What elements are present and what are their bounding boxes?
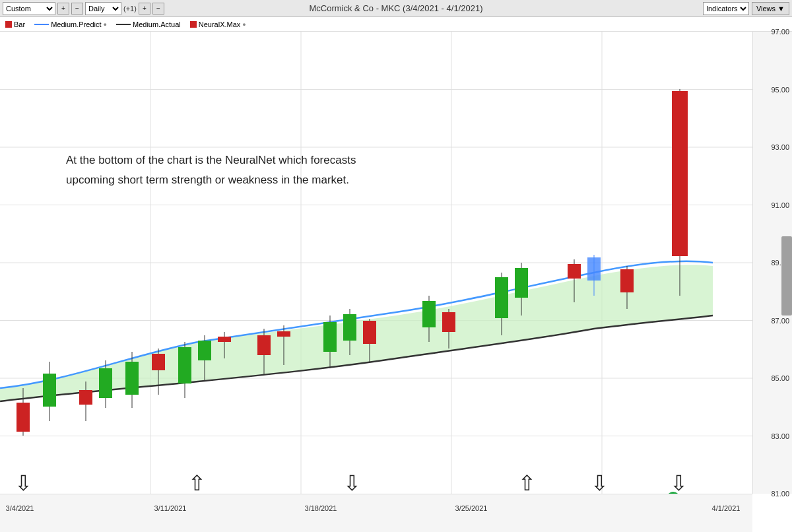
svg-rect-51 — [587, 257, 601, 281]
x-label-mar11: 3/11/2021 — [154, 504, 187, 512]
svg-rect-41 — [422, 301, 436, 327]
actual-line-legend — [116, 24, 131, 25]
svg-text:⇩: ⇩ — [591, 471, 609, 494]
y-label-91: 91.00 — [771, 201, 789, 209]
actual-legend-label: Medium.Actual — [133, 20, 181, 28]
x-label-mar4: 3/4/2021 — [6, 504, 34, 512]
main-chart: At the bottom of the chart is the Neural… — [0, 32, 792, 532]
svg-rect-39 — [363, 321, 376, 344]
legend-actual-item: Medium.Actual — [116, 20, 181, 28]
svg-rect-13 — [16, 403, 30, 432]
legend-bar: Bar Medium.Predict ● Medium.Actual Neura… — [0, 17, 792, 32]
custom-select[interactable]: Custom — [3, 2, 55, 15]
legend-bar-item: Bar — [5, 20, 25, 28]
svg-rect-27 — [198, 341, 211, 360]
predict-dot: ● — [104, 21, 107, 28]
svg-rect-37 — [343, 314, 356, 341]
add-button2[interactable]: + — [139, 3, 150, 15]
minus-button[interactable]: − — [71, 3, 83, 15]
neuralx-legend-label: NeuralX.Max — [199, 20, 241, 28]
svg-text:At the bottom of the chart is : At the bottom of the chart is the Neural… — [66, 154, 356, 166]
add-button[interactable]: + — [57, 3, 69, 15]
svg-rect-33 — [277, 331, 290, 337]
svg-rect-35 — [323, 322, 337, 352]
svg-rect-47 — [515, 268, 528, 298]
scrollbar-thumb[interactable] — [781, 236, 792, 316]
chart-svg: At the bottom of the chart is the Neural… — [0, 32, 752, 494]
svg-text:⇩: ⇩ — [15, 471, 32, 494]
svg-rect-25 — [178, 347, 191, 383]
svg-rect-15 — [43, 374, 56, 407]
svg-rect-55 — [672, 91, 688, 256]
daily-select[interactable]: Daily — [85, 2, 121, 15]
bar-legend-box — [5, 21, 12, 28]
x-label-apr1: 4/1/2021 — [712, 504, 741, 512]
legend-predict-item: Medium.Predict ● — [34, 20, 107, 28]
svg-rect-29 — [218, 337, 231, 342]
svg-rect-17 — [79, 390, 92, 405]
svg-rect-49 — [568, 264, 581, 279]
x-label-mar25: 3/25/2021 — [455, 504, 488, 512]
y-label-95: 95.00 — [771, 86, 789, 94]
x-axis: 3/4/2021 3/11/2021 3/18/2021 3/25/2021 4… — [0, 494, 752, 532]
y-label-85: 85.00 — [771, 374, 789, 382]
legend-neuralx-item: NeuralX.Max ● — [190, 20, 246, 28]
chart-title: McCormick & Co - MKC (3/4/2021 - 4/1/202… — [310, 3, 483, 13]
svg-text:upcoming short term strength o: upcoming short term strength or weakness… — [66, 174, 349, 186]
indicators-select[interactable]: Indicators — [703, 2, 749, 15]
svg-rect-45 — [495, 277, 508, 318]
svg-rect-43 — [442, 312, 455, 332]
neuralx-legend-box — [190, 21, 197, 28]
plus1-label: (+1) — [123, 5, 137, 13]
y-label-83: 83.00 — [771, 432, 789, 440]
predict-line-legend — [34, 24, 49, 25]
x-label-mar18: 3/18/2021 — [305, 504, 337, 512]
predict-legend-label: Medium.Predict — [51, 20, 101, 28]
y-label-97: 97.00 — [771, 28, 789, 36]
svg-text:⇩: ⇩ — [343, 471, 361, 494]
svg-rect-31 — [257, 335, 271, 355]
svg-rect-19 — [99, 368, 112, 398]
svg-text:⇩: ⇩ — [670, 471, 688, 494]
svg-rect-53 — [620, 269, 634, 292]
svg-text:⇧: ⇧ — [518, 471, 536, 494]
y-axis: 97.00 95.00 93.00 91.00 89.00 87.00 85.0… — [752, 32, 792, 494]
bar-legend-label: Bar — [14, 20, 25, 28]
svg-text:⇧: ⇧ — [188, 471, 206, 494]
minus-button2[interactable]: − — [152, 3, 164, 15]
views-button[interactable]: Views ▼ — [752, 2, 789, 15]
svg-rect-21 — [125, 362, 139, 395]
y-label-87: 87.00 — [771, 317, 789, 325]
neuralx-dot: ● — [242, 21, 246, 28]
y-label-81: 81.00 — [771, 490, 789, 498]
svg-rect-23 — [152, 354, 165, 370]
y-label-93: 93.00 — [771, 143, 789, 151]
